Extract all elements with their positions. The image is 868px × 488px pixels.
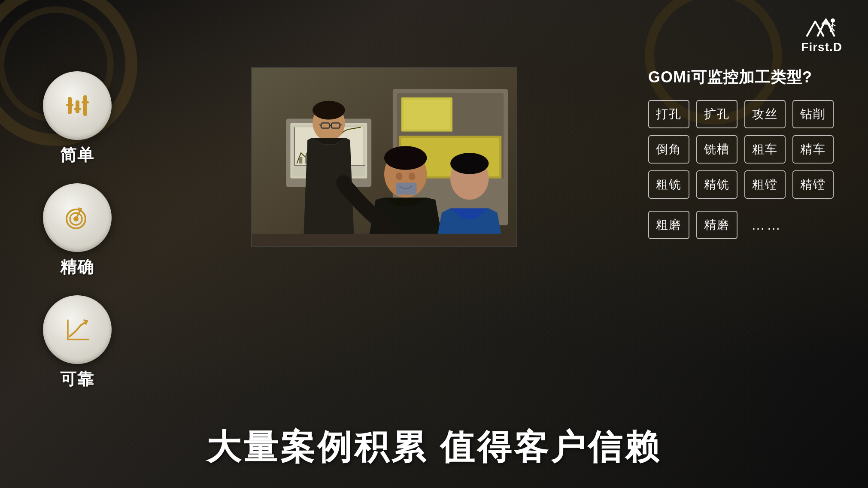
svg-rect-7 — [76, 100, 79, 113]
chart-up-icon — [64, 316, 91, 344]
feature-circle-reliable — [43, 295, 112, 364]
feature-simple: 简单 — [34, 71, 120, 166]
svg-rect-51 — [396, 183, 417, 195]
target-icon — [62, 203, 92, 233]
tag-chamfer: 倒角 — [648, 135, 689, 164]
bottom-banner: 大量案例积累 值得客户信赖 — [0, 416, 868, 488]
tag-rough-mill: 粗铣 — [648, 170, 689, 199]
video-frame — [251, 67, 517, 247]
svg-point-48 — [384, 146, 427, 170]
tag-drill-hole: 打孔 — [648, 100, 689, 128]
svg-line-5 — [833, 24, 835, 26]
header: First.D — [0, 0, 868, 54]
feature-label-accurate: 精确 — [60, 256, 94, 278]
svg-rect-30 — [299, 157, 302, 164]
tags-grid: 打孔 扩孔 攻丝 钻削 倒角 铣槽 粗车 精车 粗铣 精铣 粗镗 精镗 — [648, 100, 834, 199]
tag-mill-slot: 铣槽 — [696, 135, 737, 164]
tag-rough-grind: 粗磨 — [648, 211, 689, 239]
features-column: 简单 精确 — [34, 63, 120, 390]
svg-point-41 — [313, 101, 345, 120]
tags-row-last: 粗磨 精磨 …… — [648, 211, 834, 239]
svg-rect-11 — [82, 101, 89, 103]
svg-rect-10 — [74, 108, 81, 110]
banner-text: 大量案例积累 值得客户信赖 — [206, 424, 662, 471]
svg-point-53 — [450, 153, 489, 174]
video-inner — [252, 68, 516, 246]
center-column — [146, 63, 622, 247]
workshop-scene — [252, 68, 516, 246]
tag-fine-bore: 精镗 — [792, 170, 834, 199]
svg-rect-23 — [404, 100, 450, 130]
tag-rough-bore: 粗镗 — [744, 170, 786, 199]
logo-area: First.D — [801, 13, 842, 54]
tag-rough-turn: 粗车 — [744, 135, 786, 164]
tag-fine-grind: 精磨 — [696, 211, 737, 239]
right-column: GOMi可监控加工类型? 打孔 扩孔 攻丝 钻削 倒角 铣槽 粗车 精车 粗铣 … — [648, 63, 834, 239]
section-title: GOMi可监控加工类型? — [648, 67, 834, 88]
feature-accurate: 精确 — [34, 183, 120, 278]
tag-expand-hole: 扩孔 — [696, 100, 737, 128]
tag-fine-turn: 精车 — [792, 135, 834, 164]
page-content: First.D 简 — [0, 0, 868, 488]
tag-thread: 攻丝 — [744, 100, 786, 128]
tag-fine-mill: 精铣 — [696, 170, 737, 199]
svg-rect-54 — [252, 234, 516, 246]
feature-circle-accurate — [43, 183, 112, 252]
svg-rect-8 — [83, 95, 87, 116]
sliders-icon — [64, 92, 91, 120]
svg-point-0 — [831, 18, 835, 23]
tag-boring-drill: 钻削 — [792, 100, 834, 128]
feature-label-reliable: 可靠 — [60, 368, 94, 390]
feature-reliable: 可靠 — [34, 295, 120, 390]
feature-label-simple: 简单 — [60, 144, 94, 166]
svg-point-14 — [73, 216, 79, 221]
logo-icon — [804, 13, 839, 39]
tag-ellipsis: …… — [744, 212, 789, 238]
feature-circle-simple — [43, 71, 112, 140]
svg-rect-9 — [66, 104, 73, 106]
brand-name: First.D — [801, 40, 842, 54]
svg-point-50 — [409, 173, 416, 180]
svg-point-49 — [396, 173, 403, 180]
main-content: 简单 精确 — [0, 54, 868, 416]
